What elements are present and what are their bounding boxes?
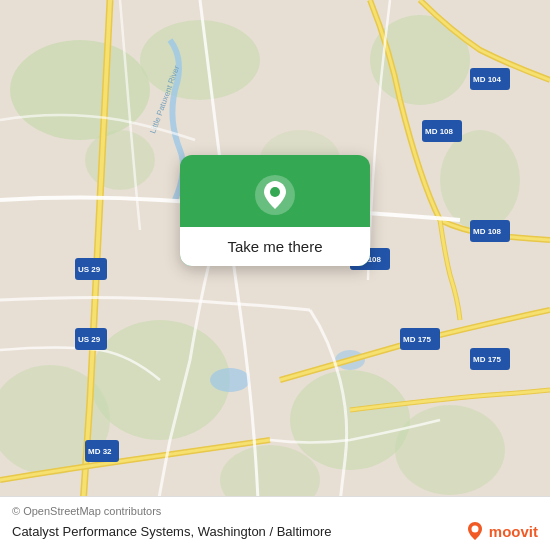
svg-text:MD 175: MD 175 (403, 335, 432, 344)
location-pin-icon (253, 173, 297, 217)
svg-point-12 (210, 368, 250, 392)
svg-text:MD 32: MD 32 (88, 447, 112, 456)
location-name: Catalyst Performance Systems, Washington… (12, 524, 332, 539)
svg-text:US 29: US 29 (78, 335, 101, 344)
moovit-logo: moovit (464, 520, 538, 542)
svg-point-5 (290, 370, 410, 470)
svg-text:MD 108: MD 108 (473, 227, 502, 236)
svg-point-2 (140, 20, 260, 100)
svg-text:MD 108: MD 108 (425, 127, 454, 136)
map-background: Little Patuxent River (0, 0, 550, 550)
map-container: Little Patuxent River (0, 0, 550, 550)
popup-card: Take me there (180, 155, 370, 266)
moovit-label: moovit (489, 523, 538, 540)
svg-point-34 (270, 187, 280, 197)
attribution-text: © OpenStreetMap contributors (12, 505, 538, 517)
take-me-there-button[interactable]: Take me there (180, 227, 370, 266)
bottom-bar: © OpenStreetMap contributors Catalyst Pe… (0, 496, 550, 550)
svg-point-1 (10, 40, 150, 140)
svg-text:US 29: US 29 (78, 265, 101, 274)
popup-icon-area (233, 155, 317, 227)
svg-text:MD 175: MD 175 (473, 355, 502, 364)
svg-point-9 (395, 405, 505, 495)
svg-text:MD 104: MD 104 (473, 75, 502, 84)
moovit-pin-icon (464, 520, 486, 542)
svg-point-35 (471, 526, 478, 533)
location-row: Catalyst Performance Systems, Washington… (12, 520, 538, 542)
svg-point-11 (85, 130, 155, 190)
svg-point-4 (440, 130, 520, 230)
